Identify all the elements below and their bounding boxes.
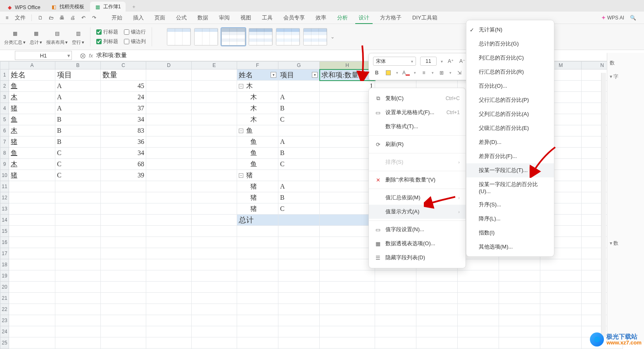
row-header[interactable]: 21 <box>0 293 9 304</box>
cell[interactable]: 猪 <box>9 170 55 181</box>
sm-asc[interactable]: 升序(S)... <box>466 198 554 212</box>
cell[interactable] <box>278 270 320 282</box>
cell[interactable] <box>237 293 278 304</box>
cell[interactable] <box>192 315 237 326</box>
cell[interactable] <box>320 270 375 282</box>
new-tab-button[interactable]: ＋ <box>126 2 136 12</box>
app-tab-templates[interactable]: ◧找稻壳模板 <box>46 2 89 12</box>
cell[interactable]: 4 <box>320 215 375 226</box>
formula-text[interactable]: 求和项:数量 <box>96 52 127 59</box>
cell[interactable] <box>458 337 499 349</box>
cell[interactable] <box>375 293 416 304</box>
new-icon[interactable]: 🗋 <box>36 13 45 22</box>
cell[interactable] <box>458 304 499 315</box>
cell[interactable] <box>540 315 582 326</box>
cell[interactable]: A <box>55 81 101 92</box>
cell[interactable] <box>499 337 540 349</box>
cm-refresh[interactable]: ⟳刷新(R) <box>369 137 466 151</box>
cell[interactable] <box>9 248 55 259</box>
filter-button[interactable]: ▾ <box>271 72 276 78</box>
row-header[interactable]: 20 <box>0 282 9 293</box>
cell[interactable] <box>146 203 192 215</box>
cell[interactable]: 项目 <box>55 69 101 81</box>
cell[interactable] <box>192 170 237 181</box>
cell[interactable] <box>192 159 237 170</box>
cell[interactable] <box>540 293 582 304</box>
cell[interactable] <box>146 159 192 170</box>
cell[interactable] <box>375 304 416 315</box>
cell[interactable]: 木 <box>9 92 55 103</box>
pivot-style-swatch[interactable] <box>167 28 191 45</box>
row-header[interactable]: 16 <box>0 237 9 248</box>
row-header[interactable]: 8 <box>0 148 9 159</box>
row-header[interactable]: 25 <box>0 337 9 349</box>
tab-member[interactable]: 会员专享 <box>278 12 310 24</box>
cell[interactable] <box>146 92 192 103</box>
cell[interactable] <box>55 315 101 326</box>
cell[interactable] <box>101 215 146 226</box>
row-header[interactable]: 9 <box>0 159 9 170</box>
cell[interactable] <box>416 270 458 282</box>
cell[interactable] <box>540 282 582 293</box>
cell[interactable]: C <box>55 148 101 159</box>
chk-banded-col[interactable]: 镶边列 <box>124 38 146 45</box>
pivot-style-swatch[interactable] <box>194 28 218 45</box>
cell[interactable] <box>192 304 237 315</box>
cell[interactable]: 83 <box>101 125 146 136</box>
cell[interactable] <box>146 114 192 125</box>
cell[interactable] <box>320 293 375 304</box>
cell[interactable] <box>146 304 192 315</box>
cell[interactable] <box>320 103 375 114</box>
cell[interactable]: 木 <box>237 103 278 114</box>
cell[interactable] <box>101 203 146 215</box>
grandtotal-button[interactable]: ▦ 总计▾ <box>30 29 42 45</box>
row-header[interactable]: 5 <box>0 114 9 125</box>
cell[interactable] <box>237 259 278 270</box>
cell[interactable] <box>146 293 192 304</box>
cell[interactable] <box>9 203 55 215</box>
pivot-style-swatch[interactable] <box>221 28 245 45</box>
row-header[interactable]: 6 <box>0 125 9 136</box>
grow-font-icon[interactable]: A⁺ <box>447 57 454 65</box>
cell[interactable] <box>9 326 55 337</box>
cell[interactable] <box>101 226 146 237</box>
filter-button[interactable]: ▾ <box>312 72 318 78</box>
cell[interactable] <box>55 226 101 237</box>
cell[interactable] <box>499 315 540 326</box>
cell[interactable] <box>9 270 55 282</box>
cell[interactable]: C <box>278 114 320 125</box>
sm-parent-row[interactable]: 父行汇总的百分比(P) <box>466 93 554 107</box>
col-header[interactable]: G <box>278 61 320 69</box>
collapse-button[interactable]: − <box>239 84 243 88</box>
cell[interactable]: 37 <box>101 103 146 114</box>
cell[interactable] <box>320 304 375 315</box>
pivot-style-swatch[interactable] <box>276 28 300 45</box>
cell[interactable] <box>278 337 320 349</box>
cell[interactable] <box>55 259 101 270</box>
cell[interactable]: 1 <box>320 125 375 136</box>
cell[interactable] <box>499 293 540 304</box>
cell[interactable] <box>9 215 55 226</box>
cell[interactable] <box>237 270 278 282</box>
cell[interactable] <box>55 192 101 203</box>
cell[interactable] <box>146 270 192 282</box>
cell[interactable]: 猪 <box>237 192 278 203</box>
wps-ai-button[interactable]: ✦WPS AI <box>601 15 624 21</box>
cell[interactable]: A <box>278 181 320 192</box>
cell[interactable] <box>416 282 458 293</box>
cell[interactable]: 总计 <box>237 215 278 226</box>
cell[interactable] <box>278 282 320 293</box>
cell[interactable] <box>192 148 237 159</box>
cell[interactable] <box>55 270 101 282</box>
cell[interactable] <box>9 315 55 326</box>
cell[interactable]: 鱼 <box>237 136 278 148</box>
cell[interactable] <box>375 315 416 326</box>
cell[interactable]: 木 <box>9 159 55 170</box>
cell[interactable] <box>101 293 146 304</box>
cell[interactable] <box>146 69 192 81</box>
cm-copy[interactable]: ⧉复制(C)Ctrl+C <box>369 91 466 105</box>
cell[interactable] <box>192 69 237 81</box>
cell[interactable] <box>101 259 146 270</box>
cell[interactable] <box>101 181 146 192</box>
cell[interactable] <box>192 203 237 215</box>
